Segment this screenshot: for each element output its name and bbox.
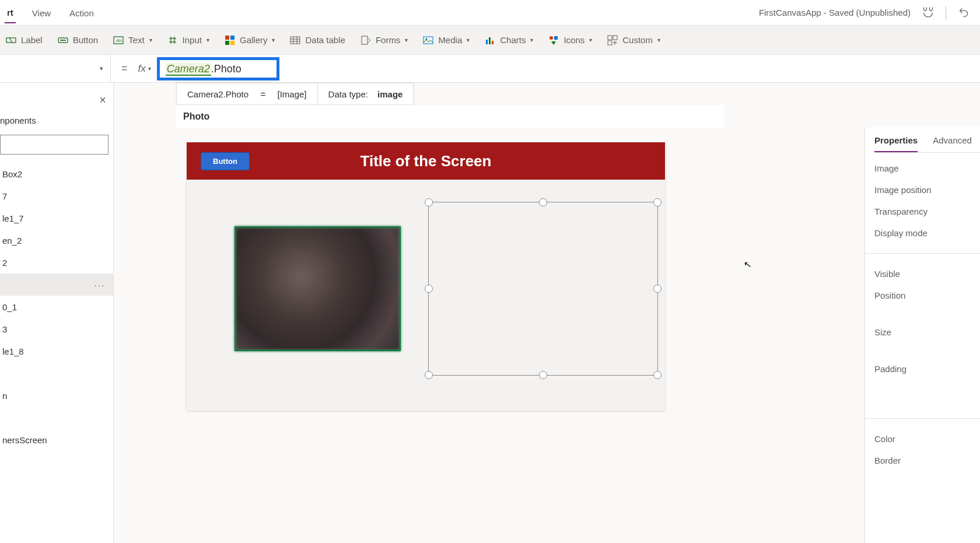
svg-rect-20 (608, 41, 612, 45)
screen-header: Button Title of the Screen (187, 142, 665, 180)
tree-items: Box2 7 le1_7 en_2 2 ··· 0_1 3 le1_8 n ne… (0, 163, 113, 451)
svg-rect-17 (554, 36, 558, 40)
ribbon-button[interactable]: Button (58, 35, 98, 45)
svg-rect-2 (60, 40, 66, 41)
tree-item[interactable]: Box2 (0, 163, 113, 185)
properties-list: Image Image position Transparency Displa… (874, 153, 980, 465)
svg-rect-9 (290, 37, 300, 44)
chevron-down-icon[interactable]: ▾ (148, 65, 157, 72)
ribbon-gallery[interactable]: Gallery▾ (225, 35, 275, 45)
resize-handle[interactable] (539, 198, 547, 206)
svg-rect-5 (225, 36, 229, 40)
fx-label: fx (138, 63, 148, 75)
menu-tab-insert[interactable]: rt (5, 2, 16, 23)
more-icon[interactable]: ··· (94, 280, 105, 290)
tab-advanced[interactable]: Advanced (933, 132, 972, 152)
tree-item[interactable]: en_2 (0, 229, 113, 251)
menu-tab-action[interactable]: Action (67, 2, 96, 23)
tree-item[interactable]: le1_7 (0, 207, 113, 229)
resize-handle[interactable] (653, 285, 662, 293)
icons-icon (548, 35, 559, 45)
tree-item[interactable]: nersScreen (0, 429, 113, 451)
formula-input[interactable]: Camera2.Photo (157, 57, 279, 80)
formula-result-bar: Camera2.Photo = [Image] Data type: image (176, 83, 414, 105)
ribbon-custom[interactable]: Custom▾ (607, 35, 660, 45)
prop-color[interactable]: Color (874, 434, 980, 444)
resize-handle[interactable] (653, 198, 662, 206)
tree-item[interactable] (0, 407, 113, 429)
tree-view-panel: × nponents Box2 7 le1_7 en_2 2 ··· 0_1 3… (0, 83, 114, 543)
prop-position[interactable]: Position (874, 290, 980, 300)
charts-icon (485, 35, 495, 45)
prop-image-position[interactable]: Image position (874, 185, 980, 195)
ribbon-icons-text: Icons (564, 35, 584, 45)
resize-handle[interactable] (425, 198, 433, 206)
tree-item[interactable]: 3 (0, 318, 113, 340)
camera-preview[interactable] (235, 226, 401, 351)
svg-rect-14 (489, 37, 491, 44)
svg-rect-6 (230, 36, 235, 40)
prop-border[interactable]: Border (874, 456, 980, 465)
close-icon[interactable]: × (99, 93, 106, 107)
spacer (874, 349, 980, 352)
properties-panel: Properties Advanced Image Image position… (864, 127, 980, 543)
tree-item[interactable]: le1_8 (0, 340, 113, 362)
app-checker-icon[interactable] (922, 6, 934, 20)
screen-button[interactable]: Button (201, 152, 250, 170)
ribbon-icons[interactable]: Icons▾ (548, 35, 592, 45)
formula-token-property: .Photo (211, 63, 242, 75)
resize-handle[interactable] (653, 371, 662, 379)
resize-handle[interactable] (425, 285, 433, 293)
chevron-down-icon: ▾ (405, 37, 408, 43)
canvas-screen[interactable]: Button Title of the Screen (187, 142, 665, 411)
prop-image[interactable]: Image (874, 163, 980, 173)
tree-tab-components[interactable]: nponents (0, 115, 113, 131)
tree-item[interactable]: n (0, 384, 113, 407)
tree-item[interactable]: 2 (0, 251, 113, 274)
ribbon-charts[interactable]: Charts▾ (485, 35, 533, 45)
tree-item[interactable] (0, 362, 113, 384)
formula-result-type: Data type: image (318, 83, 414, 104)
property-selector[interactable]: ▾ (0, 55, 111, 83)
ribbon-datatable[interactable]: Data table (290, 35, 345, 45)
selected-image-control[interactable] (428, 202, 658, 376)
prop-visible[interactable]: Visible (874, 269, 980, 279)
chevron-down-icon: ▾ (467, 37, 470, 43)
ribbon-datatable-text: Data table (305, 35, 345, 45)
menu-tabs: rt View Action (5, 2, 96, 23)
tree-search-input[interactable] (0, 135, 108, 155)
resize-handle[interactable] (425, 371, 433, 379)
tree-item[interactable]: 7 (0, 185, 113, 207)
ribbon-text[interactable]: Ab Text▾ (113, 35, 152, 45)
resize-handle[interactable] (539, 371, 547, 379)
undo-icon[interactable] (958, 6, 970, 20)
prop-padding[interactable]: Padding (874, 364, 980, 374)
ribbon-input-text: Input (183, 35, 202, 45)
tree-item-selected[interactable]: ··· (0, 274, 113, 296)
formula-result-expr: Camera2.Photo = [Image] (177, 83, 318, 104)
svg-rect-7 (225, 41, 229, 45)
prop-size[interactable]: Size (874, 327, 980, 337)
tab-properties[interactable]: Properties (874, 132, 918, 152)
menu-tab-view[interactable]: View (30, 2, 53, 23)
ribbon-input[interactable]: Input▾ (167, 35, 209, 45)
ribbon-label-text: Label (21, 35, 43, 45)
svg-rect-8 (230, 41, 235, 45)
ribbon-media[interactable]: Media▾ (423, 35, 470, 45)
ribbon-forms[interactable]: Forms▾ (360, 35, 408, 45)
properties-tabs: Properties Advanced (874, 127, 980, 153)
prop-display-mode[interactable]: Display mode (874, 228, 980, 238)
svg-rect-13 (486, 40, 488, 44)
tree-item[interactable]: 0_1 (0, 296, 113, 318)
chevron-down-icon: ▾ (100, 65, 103, 72)
svg-point-16 (550, 36, 553, 40)
ribbon-media-text: Media (438, 35, 462, 45)
menu-right: FirstCanvasApp - Saved (Unpublished) (759, 6, 975, 20)
divider (865, 418, 980, 419)
ribbon-label[interactable]: Label (6, 35, 43, 45)
media-icon (423, 35, 433, 45)
prop-transparency[interactable]: Transparency (874, 206, 980, 216)
ribbon-forms-text: Forms (376, 35, 401, 45)
datatable-icon (290, 35, 300, 45)
chevron-down-icon: ▾ (272, 37, 275, 43)
